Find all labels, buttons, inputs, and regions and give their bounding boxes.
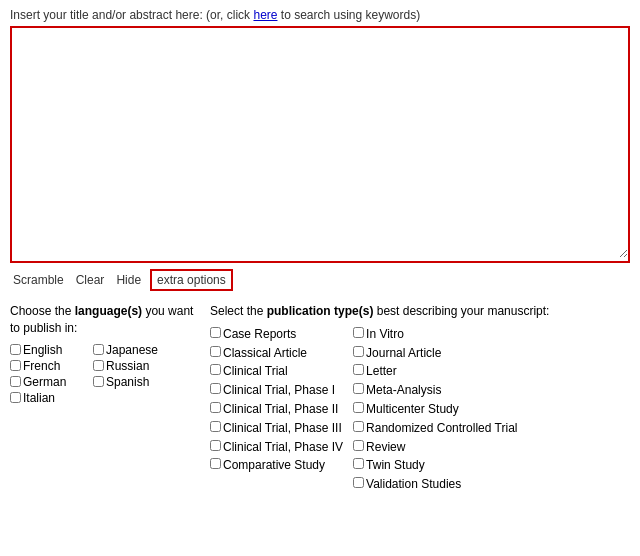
pub-item-journal-article: Journal Article — [353, 345, 517, 362]
in-vitro-label[interactable]: In Vitro — [366, 326, 404, 343]
language-item-italian: Italian — [10, 391, 85, 405]
pub-item-multicenter-study: Multicenter Study — [353, 401, 517, 418]
language-item-japanese: Japanese — [93, 343, 168, 357]
language-title: Choose the language(s) you want to publi… — [10, 303, 200, 337]
pub-item-meta-analysis: Meta-Analysis — [353, 382, 517, 399]
russian-label[interactable]: Russian — [106, 359, 149, 373]
language-row-2: French Russian — [10, 359, 200, 373]
randomized-controlled-trial-checkbox[interactable] — [353, 421, 364, 432]
german-checkbox[interactable] — [10, 376, 21, 387]
scramble-button[interactable]: Scramble — [10, 272, 67, 288]
clinical-trial-phase-i-label[interactable]: Clinical Trial, Phase I — [223, 382, 335, 399]
clear-button[interactable]: Clear — [73, 272, 108, 288]
spanish-checkbox[interactable] — [93, 376, 104, 387]
clinical-trial-phase-iv-checkbox[interactable] — [210, 440, 221, 451]
header-text: Insert your title and/or abstract here: … — [10, 8, 630, 22]
publication-title: Select the publication type(s) best desc… — [210, 303, 630, 320]
classical-article-label[interactable]: Classical Article — [223, 345, 307, 362]
pub-item-randomized-controlled-trial: Randomized Controlled Trial — [353, 420, 517, 437]
randomized-controlled-trial-label[interactable]: Randomized Controlled Trial — [366, 420, 517, 437]
publication-grid: Case Reports Classical Article Clinical … — [210, 326, 630, 493]
italian-checkbox[interactable] — [10, 392, 21, 403]
language-item-german: German — [10, 375, 85, 389]
header-main-text: Insert your title and/or abstract here: — [10, 8, 203, 22]
textarea-wrapper — [10, 26, 630, 263]
case-reports-label[interactable]: Case Reports — [223, 326, 296, 343]
language-checkbox-grid: English Japanese French Russian — [10, 343, 200, 405]
pub-item-clinical-trial-phase-ii: Clinical Trial, Phase II — [210, 401, 343, 418]
header-link-prefix: (or, click — [206, 8, 253, 22]
pub-item-twin-study: Twin Study — [353, 457, 517, 474]
language-item-spanish: Spanish — [93, 375, 168, 389]
pub-item-review: Review — [353, 439, 517, 456]
clinical-trial-phase-iv-label[interactable]: Clinical Trial, Phase IV — [223, 439, 343, 456]
clinical-trial-checkbox[interactable] — [210, 364, 221, 375]
classical-article-checkbox[interactable] — [210, 346, 221, 357]
review-checkbox[interactable] — [353, 440, 364, 451]
phase-iv-label: IV — [332, 440, 343, 454]
clinical-trial-phase-ii-checkbox[interactable] — [210, 402, 221, 413]
german-label[interactable]: German — [23, 375, 66, 389]
pub-item-clinical-trial-phase-iii: Clinical Trial, Phase III — [210, 420, 343, 437]
english-label[interactable]: English — [23, 343, 62, 357]
spanish-label[interactable]: Spanish — [106, 375, 149, 389]
case-reports-checkbox[interactable] — [210, 327, 221, 338]
pub-item-validation-studies: Validation Studies — [353, 476, 517, 493]
pub-item-letter: Letter — [353, 363, 517, 380]
language-item-russian: Russian — [93, 359, 168, 373]
pub-item-clinical-trial: Clinical Trial — [210, 363, 343, 380]
review-label[interactable]: Review — [366, 439, 405, 456]
meta-analysis-checkbox[interactable] — [353, 383, 364, 394]
twin-study-label[interactable]: Twin Study — [366, 457, 425, 474]
pub-item-in-vitro: In Vitro — [353, 326, 517, 343]
pub-item-clinical-trial-phase-iv: Clinical Trial, Phase IV — [210, 439, 343, 456]
validation-studies-checkbox[interactable] — [353, 477, 364, 488]
pub-item-comparative-study: Comparative Study — [210, 457, 343, 474]
pub-item-case-reports: Case Reports — [210, 326, 343, 343]
english-checkbox[interactable] — [10, 344, 21, 355]
french-label[interactable]: French — [23, 359, 60, 373]
keyword-search-link[interactable]: here — [253, 8, 277, 22]
toolbar: Scramble Clear Hide extra options — [10, 267, 630, 293]
language-section: Choose the language(s) you want to publi… — [10, 303, 200, 493]
publication-section: Select the publication type(s) best desc… — [210, 303, 630, 493]
multicenter-study-label[interactable]: Multicenter Study — [366, 401, 459, 418]
language-row-3: German Spanish — [10, 375, 200, 389]
meta-analysis-label[interactable]: Meta-Analysis — [366, 382, 441, 399]
in-vitro-checkbox[interactable] — [353, 327, 364, 338]
letter-checkbox[interactable] — [353, 364, 364, 375]
italian-label[interactable]: Italian — [23, 391, 55, 405]
language-row-1: English Japanese — [10, 343, 200, 357]
comparative-study-label[interactable]: Comparative Study — [223, 457, 325, 474]
clinical-trial-phase-i-checkbox[interactable] — [210, 383, 221, 394]
twin-study-checkbox[interactable] — [353, 458, 364, 469]
japanese-label[interactable]: Japanese — [106, 343, 158, 357]
clinical-trial-phase-iii-checkbox[interactable] — [210, 421, 221, 432]
russian-checkbox[interactable] — [93, 360, 104, 371]
pub-col-2: In Vitro Journal Article Letter Meta-Ana… — [353, 326, 517, 493]
abstract-textarea[interactable] — [12, 28, 628, 258]
pub-item-classical-article: Classical Article — [210, 345, 343, 362]
bottom-section: Choose the language(s) you want to publi… — [10, 303, 630, 493]
clinical-trial-phase-iii-label[interactable]: Clinical Trial, Phase III — [223, 420, 342, 437]
japanese-checkbox[interactable] — [93, 344, 104, 355]
language-row-4: Italian — [10, 391, 200, 405]
letter-label[interactable]: Letter — [366, 363, 397, 380]
journal-article-label[interactable]: Journal Article — [366, 345, 441, 362]
clinical-trial-phase-ii-label[interactable]: Clinical Trial, Phase II — [223, 401, 338, 418]
header-link-suffix: to search using keywords) — [277, 8, 420, 22]
hide-button[interactable]: Hide — [113, 272, 144, 288]
journal-article-checkbox[interactable] — [353, 346, 364, 357]
pub-item-clinical-trial-phase-i: Clinical Trial, Phase I — [210, 382, 343, 399]
multicenter-study-checkbox[interactable] — [353, 402, 364, 413]
main-container: Insert your title and/or abstract here: … — [0, 0, 640, 501]
clinical-trial-label[interactable]: Clinical Trial — [223, 363, 288, 380]
french-checkbox[interactable] — [10, 360, 21, 371]
validation-studies-label[interactable]: Validation Studies — [366, 476, 461, 493]
extra-options-button[interactable]: extra options — [150, 269, 233, 291]
language-item-french: French — [10, 359, 85, 373]
phase-iii-label: III — [332, 421, 342, 435]
language-item-english: English — [10, 343, 85, 357]
comparative-study-checkbox[interactable] — [210, 458, 221, 469]
pub-col-1: Case Reports Classical Article Clinical … — [210, 326, 343, 493]
